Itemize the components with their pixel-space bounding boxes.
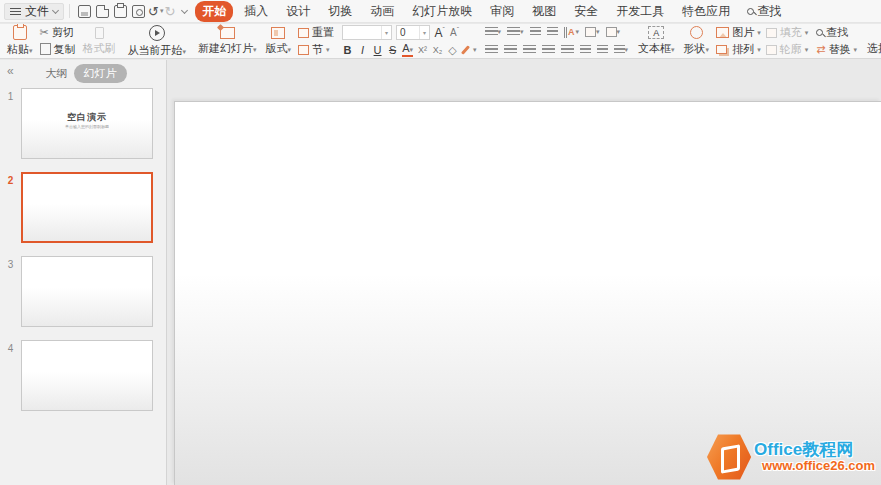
new-slide-button[interactable]: 新建幻灯片▾: [196, 27, 259, 56]
format-painter-button[interactable]: 格式刷: [81, 27, 118, 56]
undo-dropdown-icon[interactable]: ▾: [160, 7, 164, 15]
tab-transitions[interactable]: 切换: [321, 1, 359, 22]
layout-button[interactable]: 版式▾: [264, 27, 294, 56]
clipboard-icon: [13, 25, 27, 40]
align-center-button[interactable]: [504, 45, 517, 55]
chevron-down-icon: [52, 6, 59, 13]
slide-2-thumbnail[interactable]: [21, 172, 153, 243]
copy-button[interactable]: 复制: [40, 43, 76, 56]
distribute-button[interactable]: [561, 45, 574, 55]
slide-thumbnail-row: 2: [0, 172, 166, 243]
slide-number: 1: [0, 88, 21, 159]
tab-outline[interactable]: 大纲: [46, 66, 68, 81]
tab-home[interactable]: 开始: [195, 1, 233, 22]
scissors-icon: ✂: [40, 27, 49, 38]
align-right-button[interactable]: [523, 45, 536, 55]
tab-design[interactable]: 设计: [279, 1, 317, 22]
undo-button[interactable]: ↺: [148, 5, 159, 18]
file-menu-button[interactable]: 文件: [4, 3, 64, 20]
current-slide[interactable]: [174, 101, 881, 485]
find-label: 查找: [757, 3, 781, 20]
print-button[interactable]: [114, 5, 127, 18]
watermark: Office教程网 www.office26.com: [706, 433, 875, 481]
font-size-combobox[interactable]: 0 ▾: [396, 25, 430, 40]
bold-button[interactable]: B: [342, 44, 353, 56]
customize-toolbar-button[interactable]: [181, 6, 188, 13]
strikethrough-button[interactable]: S: [387, 44, 398, 56]
tab-security[interactable]: 安全: [567, 1, 605, 22]
justify-button[interactable]: [542, 45, 555, 55]
tab-animation[interactable]: 动画: [363, 1, 401, 22]
file-menu-label: 文件: [25, 3, 49, 20]
divider: [69, 4, 70, 18]
fill-button[interactable]: 填充▾: [766, 26, 809, 39]
align-left-button[interactable]: [485, 45, 498, 55]
section-button[interactable]: 节▾: [298, 43, 334, 56]
line-spacing-button[interactable]: ▾: [606, 27, 621, 37]
slide-4-thumbnail[interactable]: [21, 340, 153, 411]
bullets-button[interactable]: ▾: [485, 27, 502, 37]
highlight-dropdown-icon[interactable]: ▾: [473, 46, 477, 54]
highlight-pen-icon[interactable]: [461, 45, 470, 54]
shapes-button[interactable]: 形状▾: [682, 26, 712, 56]
paste-button[interactable]: 粘贴▾: [5, 25, 35, 57]
tab-view[interactable]: 视图: [525, 1, 563, 22]
play-from-current-button[interactable]: 从当前开始▾: [126, 25, 189, 58]
slide-1-thumbnail[interactable]: 空白演示 单击输入您的封面副标题: [21, 88, 153, 159]
tab-slideshow[interactable]: 幻灯片放映: [405, 1, 479, 22]
cut-button[interactable]: ✂ 剪切: [40, 26, 76, 39]
tab-review[interactable]: 审阅: [483, 1, 521, 22]
tab-insert[interactable]: 插入: [237, 1, 275, 22]
chevron-down-icon: ▾: [381, 26, 388, 39]
paragraph-spacing-before-button[interactable]: [580, 45, 591, 55]
grow-font-button[interactable]: Aˆ: [434, 26, 445, 40]
font-color-button[interactable]: A▾: [402, 43, 413, 57]
section-icon: [298, 45, 309, 55]
slide-subtitle: 单击输入您的封面副标题: [65, 124, 109, 130]
slide-3-thumbnail[interactable]: [21, 256, 153, 327]
output-button[interactable]: [96, 5, 109, 18]
clear-format-button[interactable]: ◇: [447, 44, 458, 57]
align-text-button[interactable]: ▾: [585, 27, 600, 37]
clipboard-group: 粘贴▾ ✂ 剪切 复制 格式刷: [2, 25, 121, 57]
shrink-font-button[interactable]: Aˇ: [449, 26, 460, 38]
text-direction-button[interactable]: A▾: [564, 27, 579, 38]
tab-special-apps[interactable]: 特色应用: [675, 1, 737, 22]
increase-indent-button[interactable]: [547, 27, 558, 37]
collapse-panel-button[interactable]: «: [7, 64, 14, 78]
shape-circle-icon: [690, 26, 703, 39]
numbering-icon: [507, 27, 520, 37]
chevron-down-icon: ▾: [419, 26, 426, 39]
text-box-button[interactable]: A 文本框▾: [636, 26, 677, 56]
find-button-ribbon[interactable]: 查找: [816, 26, 857, 39]
font-name-combobox[interactable]: ▾: [342, 25, 392, 40]
reset-button[interactable]: 重置: [298, 26, 334, 39]
decrease-indent-button[interactable]: [530, 27, 541, 37]
arrange-icon: [716, 45, 727, 54]
ribbon: 粘贴▾ ✂ 剪切 复制 格式刷 从当前开始▾ 新建幻灯片▾: [0, 24, 881, 59]
redo-button[interactable]: ↻: [164, 5, 175, 18]
find-button[interactable]: 查找: [747, 3, 781, 20]
italic-button[interactable]: I: [357, 44, 368, 56]
tab-slides[interactable]: 幻灯片: [74, 64, 127, 83]
slide-number: 2: [0, 172, 21, 243]
replace-button[interactable]: ⇄ 替换▾: [816, 43, 857, 56]
watermark-title: Office教程网: [754, 441, 875, 459]
tab-developer[interactable]: 开发工具: [609, 1, 671, 22]
save-button[interactable]: [78, 5, 91, 18]
editing-canvas: Office教程网 www.office26.com: [168, 60, 881, 485]
subscript-button[interactable]: X₂: [432, 45, 443, 55]
selection-pane-button[interactable]: 选择窗格: [865, 26, 881, 56]
hamburger-icon: [10, 8, 21, 15]
slide-number: 4: [0, 340, 21, 411]
paragraph-settings-button[interactable]: ▾: [614, 45, 629, 55]
print-preview-button[interactable]: [132, 5, 145, 18]
numbering-button[interactable]: ▾: [507, 27, 524, 37]
slides-group: 新建幻灯片▾ 版式▾ 重置 节▾: [193, 25, 337, 57]
picture-button[interactable]: 图片▾: [716, 26, 761, 39]
paragraph-spacing-after-button[interactable]: [597, 45, 608, 55]
outline-button[interactable]: 轮廓▾: [766, 43, 809, 56]
superscript-button[interactable]: X²: [417, 45, 428, 55]
arrange-button[interactable]: 排列▾: [716, 43, 761, 56]
underline-button[interactable]: U: [372, 44, 383, 56]
